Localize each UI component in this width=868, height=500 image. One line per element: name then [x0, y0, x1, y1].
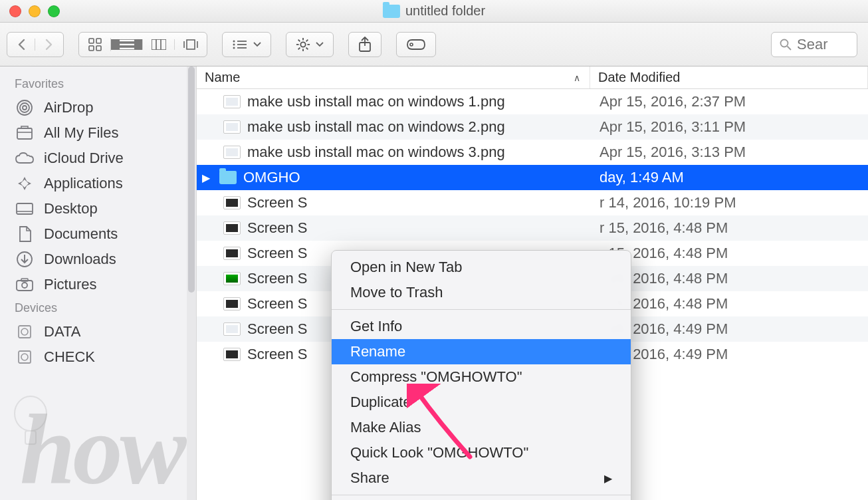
svg-rect-2	[89, 46, 94, 51]
window-title: untitled folder	[383, 3, 485, 19]
sidebar-item-downloads[interactable]: Downloads	[0, 247, 196, 272]
sidebar-item-documents[interactable]: Documents	[0, 221, 196, 247]
disclosure-triangle-icon[interactable]: ▶	[202, 172, 210, 184]
file-date: Apr 15, 2016, 3:11 PM	[590, 118, 868, 136]
tags-button[interactable]	[396, 32, 436, 57]
menu-item-label: Share	[350, 469, 389, 487]
folder-icon	[383, 5, 400, 18]
image-file-icon	[223, 348, 241, 361]
file-name: OMGHO	[243, 169, 300, 186]
toolbar	[0, 23, 868, 66]
column-header-date[interactable]: Date Modified	[590, 66, 868, 88]
column-header-name[interactable]: Name ∧	[197, 66, 590, 88]
documents-icon	[15, 225, 35, 243]
menu-item[interactable]: Compress "OMGHOWTO"	[332, 364, 631, 390]
svg-rect-7	[152, 39, 166, 50]
pictures-icon	[15, 276, 35, 293]
svg-rect-39	[17, 203, 33, 214]
close-window-button[interactable]	[9, 5, 21, 17]
forward-button[interactable]	[35, 39, 63, 51]
disk-icon	[15, 323, 35, 340]
sidebar-item-label: Downloads	[44, 251, 116, 268]
menu-item[interactable]: Rename	[332, 339, 631, 364]
menu-item[interactable]: Duplicate	[332, 390, 631, 415]
svg-point-47	[21, 328, 28, 335]
list-view-button[interactable]	[111, 39, 143, 50]
svg-rect-46	[19, 326, 31, 338]
share-button[interactable]	[348, 32, 381, 57]
window-controls	[9, 5, 60, 17]
file-name: make usb install mac on windows 2.png	[247, 118, 505, 136]
window-title-text: untitled folder	[405, 3, 485, 19]
table-row[interactable]: Screen Sr 14, 2016, 10:19 PM	[197, 190, 868, 215]
column-headers: Name ∧ Date Modified	[197, 66, 868, 89]
back-button[interactable]	[7, 39, 35, 51]
nav-buttons	[7, 32, 64, 57]
sidebar-item-label: Documents	[44, 225, 118, 243]
file-date: r 15, 2016, 4:48 PM	[590, 295, 868, 312]
file-date: r 15, 2016, 4:48 PM	[590, 219, 868, 237]
desktop-icon	[15, 200, 35, 217]
sidebar-item-disk-data[interactable]: DATA	[0, 319, 196, 344]
table-row[interactable]: make usb install mac on windows 2.pngApr…	[197, 114, 868, 140]
menu-item[interactable]: Open in New Tab	[332, 255, 631, 280]
sidebar-item-pictures[interactable]: Pictures	[0, 272, 196, 297]
sidebar-scrollbar-track[interactable]	[187, 66, 196, 500]
menu-item[interactable]: Get Info	[332, 314, 631, 339]
menu-item-label: Duplicate	[350, 394, 411, 411]
svg-point-30	[410, 43, 413, 46]
coverflow-view-button[interactable]	[175, 39, 207, 50]
svg-point-13	[233, 40, 235, 42]
sidebar-item-disk-check[interactable]: CHECK	[0, 344, 196, 370]
icon-view-button[interactable]	[79, 38, 111, 51]
gear-icon	[296, 37, 310, 52]
file-name: make usb install mac on windows 3.png	[247, 144, 505, 161]
zoom-window-button[interactable]	[48, 5, 60, 17]
applications-icon	[15, 175, 35, 192]
search-icon	[780, 39, 792, 51]
search-field[interactable]	[771, 32, 857, 57]
downloads-icon	[15, 251, 35, 268]
file-date: Apr 15, 2016, 2:37 PM	[590, 93, 868, 110]
table-row[interactable]: Screen Sr 15, 2016, 4:48 PM	[197, 215, 868, 241]
sidebar-item-applications[interactable]: Applications	[0, 171, 196, 196]
menu-item[interactable]: Quick Look "OMGHOWTO"	[332, 440, 631, 465]
sidebar-item-airdrop[interactable]: AirDrop	[0, 95, 196, 120]
chevron-down-icon	[316, 42, 324, 47]
sort-ascending-icon: ∧	[574, 72, 580, 83]
svg-rect-36	[17, 128, 32, 139]
sidebar-item-label: AirDrop	[44, 99, 94, 116]
svg-rect-10	[187, 40, 195, 49]
menu-item-label: Get Info	[350, 318, 402, 335]
disk-icon	[15, 348, 35, 366]
action-button[interactable]	[286, 32, 334, 57]
all-my-files-icon	[15, 124, 35, 142]
arrange-button[interactable]	[222, 32, 271, 57]
sidebar-item-label: Pictures	[44, 276, 96, 293]
svg-point-33	[23, 106, 27, 110]
menu-item[interactable]: Make Alias	[332, 415, 631, 440]
view-mode-segment	[78, 32, 207, 57]
tag-icon	[406, 38, 426, 51]
image-file-icon	[223, 272, 241, 285]
sidebar-item-label: iCloud Drive	[44, 150, 124, 167]
table-row[interactable]: make usb install mac on windows 3.pngApr…	[197, 140, 868, 165]
column-view-button[interactable]	[143, 39, 175, 50]
sidebar-item-all-my-files[interactable]: All My Files	[0, 120, 196, 146]
file-name: Screen S	[247, 219, 308, 237]
sidebar-item-icloud[interactable]: iCloud Drive	[0, 146, 196, 171]
sidebar-scrollbar-thumb[interactable]	[188, 66, 195, 293]
menu-item[interactable]: Share▶	[332, 465, 631, 491]
table-row[interactable]: make usb install mac on windows 1.pngApr…	[197, 89, 868, 114]
table-row[interactable]: ▶OMGHOday, 1:49 AM	[197, 165, 868, 190]
search-input[interactable]	[797, 36, 843, 53]
menu-item[interactable]: Move to Trash	[332, 280, 631, 305]
minimize-window-button[interactable]	[29, 5, 41, 17]
svg-rect-48	[19, 351, 31, 363]
menu-item-label: Compress "OMGHOWTO"	[350, 368, 522, 386]
svg-line-26	[298, 47, 300, 49]
svg-point-31	[781, 39, 788, 47]
file-name: Screen S	[247, 346, 308, 363]
file-date: r 15, 2016, 4:48 PM	[590, 245, 868, 262]
sidebar-item-desktop[interactable]: Desktop	[0, 196, 196, 221]
